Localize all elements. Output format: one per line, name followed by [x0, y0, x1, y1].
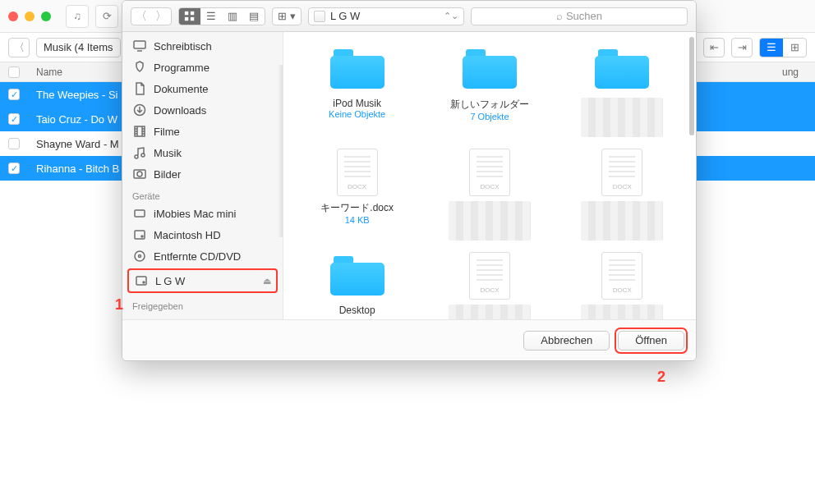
path-dropdown[interactable]: L G W ⌃⌄ [308, 7, 464, 25]
document-icon [601, 252, 642, 300]
window-controls[interactable] [8, 11, 51, 21]
refresh-icon[interactable]: ⟳ [95, 5, 118, 28]
disk-icon [314, 11, 325, 22]
desktop-icon [132, 39, 147, 53]
blurred-label [581, 98, 663, 137]
sidebar-item-apps[interactable]: Programme [122, 57, 283, 78]
cd-icon [132, 249, 147, 263]
download-icon [132, 103, 147, 117]
row-checkbox[interactable] [8, 138, 20, 149]
docs-icon [132, 81, 147, 96]
sidebar-item-label: Bilder [154, 168, 181, 181]
column-view-icon[interactable]: ▥ [222, 8, 243, 25]
icon-view-icon[interactable] [179, 8, 200, 25]
sidebar-item-film[interactable]: Filme [122, 121, 283, 142]
file-item[interactable] [564, 252, 679, 319]
blurred-label [581, 201, 663, 241]
apps-icon [132, 60, 147, 75]
dialog-footer: Abbrechen Öffnen [122, 319, 696, 360]
music-icon [132, 145, 147, 160]
header-checkbox[interactable] [0, 66, 28, 78]
sidebar-item-docs[interactable]: Dokumente [122, 78, 283, 99]
document-icon [469, 149, 510, 196]
minimize-icon[interactable] [25, 11, 35, 21]
nav-fwd-icon[interactable]: 〉 [151, 8, 171, 25]
sidebar-item-music[interactable]: Musik [122, 142, 283, 163]
finder-view-segment[interactable]: ☰ ▥ ▤ [178, 7, 265, 25]
dialog-toolbar: 〈 〉 ☰ ▥ ▤ ⊞▾ L G W ⌃⌄ ⌕ Suchen [122, 1, 696, 32]
hdd-icon [132, 227, 147, 242]
zoom-icon[interactable] [41, 11, 51, 21]
import-icon[interactable]: ⇤ [703, 38, 725, 57]
document-icon [601, 149, 642, 196]
eject-icon[interactable]: ⏏ [263, 276, 271, 286]
search-input[interactable]: ⌕ Suchen [471, 7, 688, 25]
svg-point-7 [141, 153, 145, 157]
music-note-icon[interactable]: ♫ [66, 5, 89, 28]
document-icon [469, 252, 510, 300]
row-checkbox[interactable] [8, 113, 20, 125]
dialog-sidebar: SchreibtischProgrammeDokumenteDownloadsF… [122, 32, 283, 319]
back-button[interactable]: 〈 [8, 38, 30, 57]
file-meta: 7 Objekte [432, 112, 547, 121]
sidebar-item-selected-device[interactable]: L G W⏏ [127, 268, 278, 293]
folder-icon [463, 49, 517, 89]
sidebar-item-label: L G W [155, 275, 185, 287]
annotation-1: 1 [115, 297, 123, 312]
file-item[interactable]: iPod MusikKeine Objekte [300, 45, 415, 137]
file-item[interactable]: Desktop [300, 252, 415, 319]
nav-back-icon[interactable]: 〈 [131, 8, 151, 25]
cancel-button[interactable]: Abbrechen [523, 331, 610, 351]
sidebar-item-devhost[interactable]: iMobies Mac mini [122, 203, 283, 224]
open-button[interactable]: Öffnen [618, 331, 684, 351]
sidebar-item-desktop[interactable]: Schreibtisch [122, 35, 283, 57]
film-icon [132, 124, 147, 139]
blurred-label [449, 201, 531, 241]
svg-rect-11 [135, 231, 145, 239]
arrange-menu[interactable]: ⊞▾ [272, 7, 302, 25]
svg-point-12 [141, 236, 143, 237]
list-view-icon[interactable]: ☰ [760, 39, 783, 57]
blurred-label [581, 305, 663, 319]
file-item[interactable]: キーワード.docx14 KB [300, 149, 415, 241]
svg-rect-2 [185, 16, 188, 20]
file-name: Desktop [300, 305, 415, 316]
row-checkbox[interactable] [8, 163, 20, 174]
file-meta: Keine Objekte [300, 109, 415, 119]
breadcrumb[interactable]: Musik (4 Items [36, 38, 121, 57]
scrollbar[interactable] [689, 37, 694, 135]
arrange-icon: ⊞ [278, 10, 287, 22]
hdd-icon [134, 273, 149, 288]
svg-rect-1 [191, 11, 194, 14]
file-item[interactable] [564, 149, 679, 241]
export-icon[interactable]: ⇥ [731, 38, 753, 57]
sidebar-item-label: Schreibtisch [154, 40, 212, 53]
sidebar-item-download[interactable]: Downloads [122, 99, 283, 121]
file-item[interactable] [432, 252, 547, 319]
file-meta: 14 KB [300, 215, 415, 225]
file-item[interactable]: 新しいフォルダー7 Objekte [432, 45, 547, 137]
search-placeholder: Suchen [566, 10, 602, 22]
nav-segment[interactable]: 〈 〉 [131, 7, 172, 25]
sidebar-item-hdd[interactable]: Macintosh HD [122, 224, 283, 245]
sidebar-item-label: Musik [154, 147, 182, 159]
file-item[interactable] [432, 149, 547, 241]
svg-rect-0 [185, 11, 188, 14]
grid-view-icon[interactable]: ⊞ [783, 39, 806, 57]
close-icon[interactable] [8, 11, 18, 21]
file-item[interactable] [564, 45, 679, 137]
coverflow-view-icon[interactable]: ▤ [243, 8, 265, 25]
svg-point-16 [143, 282, 145, 283]
devhost-icon [132, 206, 147, 221]
sidebar-item-label: Entfernte CD/DVD [154, 250, 241, 263]
list-view-icon[interactable]: ☰ [200, 8, 222, 25]
chevron-down-icon: ▾ [290, 10, 296, 22]
sidebar-section-shared: Freigegeben [122, 295, 283, 313]
open-dialog: 〈 〉 ☰ ▥ ▤ ⊞▾ L G W ⌃⌄ ⌕ Suchen Schreibti… [122, 0, 697, 361]
svg-rect-3 [191, 16, 194, 20]
row-checkbox[interactable] [8, 89, 20, 100]
view-mode-segment[interactable]: ☰ ⊞ [759, 38, 807, 57]
sidebar-item-photo[interactable]: Bilder [122, 163, 283, 185]
sidebar-item-cd[interactable]: Entfernte CD/DVD [122, 245, 283, 267]
sidebar-item-label: iMobies Mac mini [154, 208, 236, 220]
